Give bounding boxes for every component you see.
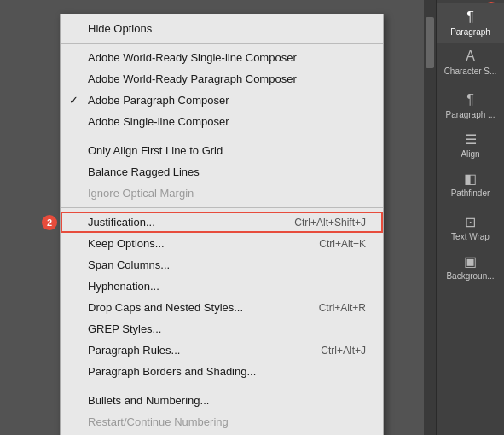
menu-item-label: Balance Ragged Lines [88,165,200,178]
background-icon: ▣ [459,252,483,270]
menu-item-shortcut: Ctrl+Alt+Shift+J [294,217,366,229]
menu-separator [61,207,383,208]
menu-item-paragraph-composer[interactable]: ✓Adobe Paragraph Composer [61,90,383,111]
menu-item-label: Restart/Continue Numbering [88,415,229,428]
menu-separator [61,386,383,386]
menu-item-keep-options[interactable]: Keep Options...Ctrl+Alt+K [61,233,383,254]
pathfinder-icon: ◧ [459,170,483,187]
menu-separator [61,43,383,44]
scrollbar-thumb[interactable] [426,17,434,68]
panel-item-align[interactable]: ☰Align [437,125,504,165]
menu-item-only-align[interactable]: Only Align First Line to Grid [61,140,383,161]
menu-item-label: Adobe Single-line Composer [88,115,229,128]
panel-separator [440,206,501,206]
scrollbar-track[interactable] [424,0,436,435]
menu-item-label: Justification... [88,216,155,229]
paragraph-icon: ¶ [459,9,483,26]
menu-item-shortcut: Ctrl+Alt+R [319,302,366,314]
menu-item-bullets-numbering[interactable]: Bullets and Numbering... [61,390,383,411]
menu-item-drop-caps[interactable]: Drop Caps and Nested Styles...Ctrl+Alt+R [61,297,383,318]
badge-2: 2 [42,215,57,230]
menu-item-hide-options[interactable]: Hide Options [61,18,383,39]
panel-item-pathfinder[interactable]: ◧Pathfinder [437,165,504,204]
menu-item-label: Paragraph Borders and Shading... [88,365,256,378]
paragraph-p-icon: ¶ [459,91,483,108]
text-wrap-icon: ⊡ [459,213,483,230]
menu-item-ignore-optical: Ignore Optical Margin [61,183,383,204]
menu-item-span-columns[interactable]: Span Columns... [61,254,383,276]
menu-item-world-ready-paragraph[interactable]: Adobe World-Ready Paragraph Composer [61,68,383,90]
menu-item-label: GREP Styles... [88,322,161,335]
panel-separator [440,84,501,84]
panel-item-label: Text Wrap [451,232,490,242]
menu-item-label: Span Columns... [88,258,170,271]
panel-item-paragraph-p[interactable]: ¶Paragraph ... [437,86,504,125]
menu-item-label: Hyphenation... [88,280,159,293]
menu-item-paragraph-borders[interactable]: Paragraph Borders and Shading... [61,361,383,382]
menu-item-label: Adobe World-Ready Paragraph Composer [88,72,297,85]
menu-item-justification[interactable]: 2Justification...Ctrl+Alt+Shift+J [61,212,383,233]
menu-item-single-composer[interactable]: Adobe Single-line Composer [61,111,383,132]
menu-item-world-ready-single[interactable]: Adobe World-Ready Single-line Composer [61,47,383,68]
align-icon: ☰ [459,130,483,148]
menu-item-shortcut: Ctrl+Alt+K [319,238,366,250]
right-panel: 1¶ParagraphACharacter S...¶Paragraph ...… [436,0,504,435]
menu-item-shortcut: Ctrl+Alt+J [321,345,366,357]
panel-item-label: Character S... [444,67,497,77]
panel-item-background[interactable]: ▣Backgroun... [437,247,504,287]
panel-item-text-wrap[interactable]: ⊡Text Wrap [437,208,504,247]
checkmark-icon: ✓ [69,94,78,107]
panel-item-label: Backgroun... [446,271,494,281]
panel-item-label: Paragraph [450,27,490,38]
panel-item-character-s[interactable]: ACharacter S... [437,43,504,82]
character-s-icon: A [459,48,483,65]
menu-item-label: Keep Options... [88,237,165,250]
panel-item-label: Paragraph ... [446,110,495,120]
menu-item-label: Hide Options [88,22,152,35]
dropdown-menu: Hide OptionsAdobe World-Ready Single-lin… [60,14,384,435]
menu-item-paragraph-rules[interactable]: Paragraph Rules...Ctrl+Alt+J [61,339,383,361]
menu-item-label: Bullets and Numbering... [88,394,209,407]
menu-item-label: Paragraph Rules... [88,344,180,357]
menu-item-label: Adobe World-Ready Single-line Composer [88,51,297,64]
menu-item-label: Adobe Paragraph Composer [88,94,229,107]
menu-item-label: Drop Caps and Nested Styles... [88,301,243,314]
menu-separator [61,136,383,136]
menu-item-label: Ignore Optical Margin [88,187,194,200]
menu-item-balance-ragged[interactable]: Balance Ragged Lines [61,161,383,183]
panel-item-label: Pathfinder [451,188,490,199]
menu-item-grep-styles[interactable]: GREP Styles... [61,318,383,339]
menu-item-label: Only Align First Line to Grid [88,144,223,157]
panel-item-paragraph[interactable]: ¶Paragraph [437,3,504,43]
menu-item-restart-numbering: Restart/Continue Numbering [61,411,383,432]
panel-item-label: Align [461,149,479,160]
menu-item-hyphenation[interactable]: Hyphenation... [61,276,383,297]
